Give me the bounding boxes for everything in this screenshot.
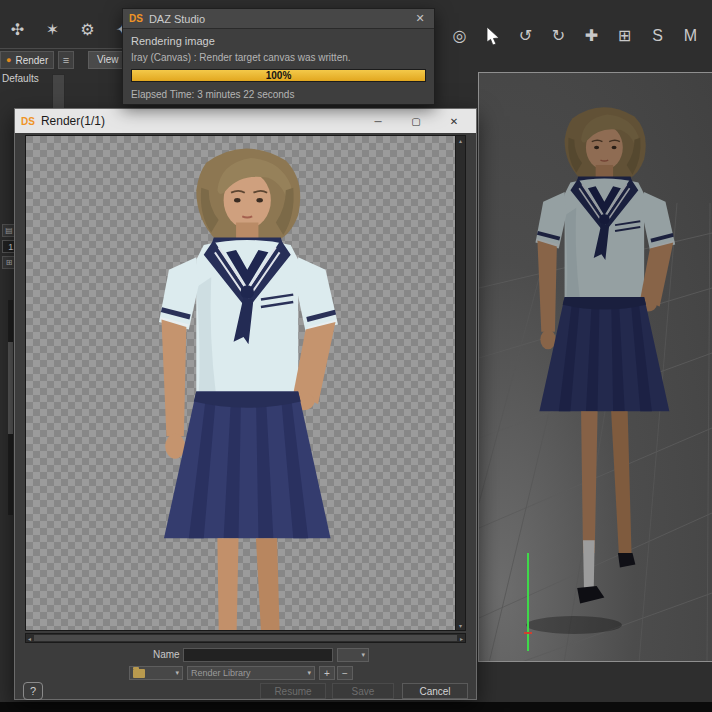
render-library-dropdown[interactable]: Render Library ▾	[187, 666, 315, 680]
left-toolbar: ✣ ✶ ⚙ ✦	[4, 16, 136, 43]
close-icon[interactable]: ✕	[412, 12, 428, 25]
chevron-down-icon: ▾	[307, 669, 311, 677]
button-row: Resume Save Cancel	[15, 683, 476, 699]
name-label: Name	[153, 649, 180, 660]
render-status-icon: ●	[6, 55, 11, 65]
horizontal-scrollbar[interactable]: ◂ ▸	[25, 633, 466, 643]
progress-dialog-title: DAZ Studio	[149, 13, 406, 25]
render-canvas: ▴ ▾	[25, 135, 466, 631]
folder-icon	[133, 669, 145, 678]
daz-logo: DS	[21, 116, 35, 127]
chevron-down-icon: ▾	[361, 651, 365, 659]
minimize-icon[interactable]: ─	[362, 110, 394, 132]
scroll-up-icon[interactable]: ▴	[459, 137, 462, 144]
save-button[interactable]: Save	[332, 683, 394, 699]
render-tab-label: Render	[15, 55, 48, 66]
elapsed-time-text: Elapsed Time: 3 minutes 22 seconds	[131, 89, 426, 100]
tool-settings-icon[interactable]: ⚙	[74, 16, 101, 43]
chevron-down-icon: ▾	[175, 669, 179, 677]
name-preset-dropdown[interactable]: ▾	[337, 648, 369, 662]
frame-view-icon[interactable]: ⊞	[611, 22, 638, 49]
left-scrollbar[interactable]	[8, 300, 13, 515]
viewport-toolbar: ◎ ↺ ↻ ✚ ⊞ S M	[446, 22, 704, 49]
progress-dialog: DS DAZ Studio ✕ Rendering image Iray (Ca…	[122, 8, 435, 105]
panel-divider	[0, 48, 122, 49]
maximize-icon[interactable]: ▢	[400, 110, 432, 132]
progress-dialog-titlebar: DS DAZ Studio ✕	[123, 9, 434, 29]
remove-button[interactable]: −	[337, 666, 353, 680]
library-row: ▾ Render Library ▾ + −	[15, 665, 476, 681]
scrollbar-thumb[interactable]	[34, 635, 457, 641]
render-status-text: Rendering image	[131, 35, 426, 47]
rotate-view-icon[interactable]: ↺	[512, 22, 539, 49]
name-row: Name ▾	[15, 647, 476, 663]
tab-render[interactable]: ● Render	[0, 51, 54, 69]
viewport-3d[interactable]	[478, 72, 712, 662]
viewport-scene	[479, 73, 712, 662]
render-detail-text: Iray (Canvas) : Render target canvas was…	[131, 52, 426, 63]
render-library-value: Render Library	[191, 668, 251, 678]
pane-menu-icon[interactable]: ≡	[58, 51, 74, 69]
pan-view-icon[interactable]: ✚	[578, 22, 605, 49]
render-window: DS Render(1/1) ─ ▢ ✕ ▴ ▾ ◂ ▸ Name ▾	[14, 108, 477, 700]
spline-tool-icon[interactable]: S	[644, 22, 671, 49]
bottom-edge	[0, 702, 712, 712]
orbit-view-icon[interactable]: ↻	[545, 22, 572, 49]
scroll-right-icon[interactable]: ▸	[460, 635, 463, 642]
folder-dropdown[interactable]: ▾	[129, 666, 183, 680]
scroll-down-icon[interactable]: ▾	[459, 622, 462, 629]
resume-button[interactable]: Resume	[260, 683, 326, 699]
render-window-title: Render(1/1)	[41, 114, 356, 128]
measure-tool-icon[interactable]: M	[677, 22, 704, 49]
defaults-label: Defaults	[2, 73, 39, 84]
close-icon[interactable]: ✕	[438, 110, 470, 132]
wand-icon[interactable]: ✶	[39, 16, 66, 43]
daz-studio-app: ✣ ✶ ⚙ ✦ View ● Render ≡ Defaults ▤ ✎ 1.0…	[0, 0, 712, 712]
name-input[interactable]	[183, 648, 333, 662]
progress-bar: 100%	[131, 69, 426, 82]
render-window-titlebar: DS Render(1/1) ─ ▢ ✕	[15, 109, 476, 133]
progress-percent: 100%	[266, 70, 292, 81]
daz-logo: DS	[129, 13, 143, 24]
cancel-button[interactable]: Cancel	[402, 683, 468, 699]
create-figures-icon[interactable]: ✣	[4, 16, 31, 43]
help-button[interactable]: ?	[23, 682, 43, 700]
add-button[interactable]: +	[319, 666, 335, 680]
pointer-tool-icon[interactable]	[479, 22, 506, 49]
aim-camera-icon[interactable]: ◎	[446, 22, 473, 49]
scroll-left-icon[interactable]: ◂	[28, 635, 31, 642]
rendered-character-image	[96, 138, 394, 631]
cursor-arrow-icon	[486, 27, 500, 45]
vertical-scrollbar[interactable]: ▴ ▾	[455, 136, 465, 630]
